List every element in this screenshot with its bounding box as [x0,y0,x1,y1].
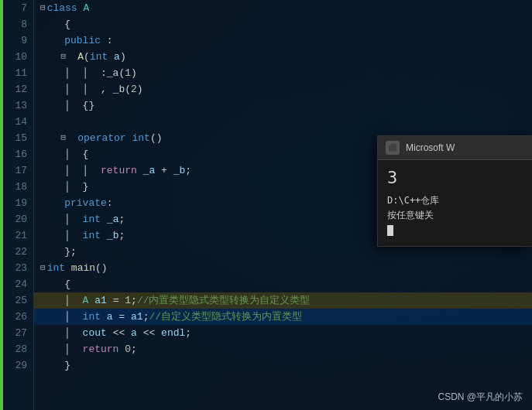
code-token: ⊟ [40,49,76,65]
code-token: //内置类型隐式类型转换为自定义类型 [137,292,311,309]
code-line: { [34,16,532,32]
code-token: 2 [131,81,137,97]
code-token: _a [107,211,119,227]
code-token: = [107,292,125,309]
line-number: 7 [3,0,33,16]
code-token: a1 [131,309,143,325]
code-token: int [132,130,149,146]
code-line: ⊟int main() [34,260,532,276]
code-token: int [83,211,101,227]
code-token [88,292,94,309]
code-token: ; [185,162,191,179]
code-token: │ [40,325,83,341]
line-number: 28 [3,341,33,357]
code-line: │ cout << a << endl; [34,325,532,341]
code-token [101,211,107,227]
code-token: _a [143,162,156,179]
terminal-path: D:\C++仓库 按任意键关 [387,193,523,238]
line-numbers-panel: 7891011121314151617181920212223242526272… [3,0,34,410]
line-number: 16 [3,146,33,162]
code-token: a1 [94,292,107,309]
code-token: () [150,130,163,146]
code-token: return [83,341,119,357]
code-token: int [47,260,65,276]
code-token: ) [137,81,143,97]
code-token: │ } [40,179,88,195]
code-token: int [83,309,101,325]
code-token: a [114,49,120,65]
code-line: │ {} [34,97,532,114]
line-number: 25 [3,292,33,309]
code-token: endl [161,325,185,341]
attribution-text: CSDN @平凡的小苏 [438,391,523,404]
code-token: │ { [40,146,88,162]
terminal-title: Microsoft W [406,142,455,153]
code-token: 1 [125,292,131,309]
code-token [118,341,125,357]
code-token: + [155,162,173,179]
line-number: 10 [3,49,33,65]
code-token: << [107,325,131,341]
line-number: 24 [3,276,33,292]
code-token: │ [40,292,83,309]
code-token: ; [118,227,125,244]
code-token [65,260,71,276]
line-number: 21 [3,227,33,244]
line-number: 9 [3,32,33,49]
code-token: } [40,357,70,374]
code-token [101,309,107,325]
code-line: │ │ , _b(2) [34,81,532,97]
line-number: 22 [3,244,33,260]
code-token: ⊟ [40,130,76,146]
code-token: class [47,0,84,16]
code-token: public [64,32,101,49]
code-token: A [83,0,89,16]
code-token: ; [185,325,191,341]
code-token: << [137,325,161,341]
code-token: ; [118,211,125,227]
code-token: │ │ :_a( [40,65,125,81]
line-number: 29 [3,357,33,374]
code-line: │ return 0; [34,341,532,357]
code-token: │ [40,309,83,325]
code-token: ) [131,65,137,81]
code-token: cout [83,325,107,341]
code-line: │ int a = a1;//自定义类型隐式转换为内置类型 [34,309,532,325]
code-token: A [77,49,84,65]
code-token: │ │ [40,162,101,179]
code-token: 1 [125,65,131,81]
code-token: { [40,16,70,32]
code-token: 0 [125,341,131,357]
terminal-cursor [387,225,393,236]
code-token: int [90,49,108,65]
code-line: │ A a1 = 1;//内置类型隐式类型转换为自定义类型 [34,292,532,309]
code-line: } [34,357,532,374]
code-token: │ [40,227,83,244]
code-token: private [64,195,107,211]
code-line: public : [34,32,532,49]
terminal-popup: ⬛ Microsoft W 3 D:\C++仓库 按任意键关 [377,135,532,247]
line-number: 27 [3,325,33,341]
code-token: A [83,292,89,309]
code-token [101,227,107,244]
code-token: : [107,195,113,211]
terminal-icon: ⬛ [386,141,400,155]
code-token [137,162,143,179]
code-line: ⊟ A(int a) [34,49,532,65]
code-token: return [101,162,137,179]
code-token: _b [173,162,186,179]
code-token [40,32,64,49]
code-token: = [113,309,131,325]
code-token: │ │ , _b( [40,81,131,97]
code-token: ) [120,49,126,65]
code-token [40,195,64,211]
line-number: 8 [3,16,33,32]
code-line: │ │ :_a(1) [34,65,532,81]
code-token: ; [131,341,137,357]
code-token: ⊟ [40,260,46,276]
code-token: () [95,260,108,276]
code-line: { [34,276,532,292]
line-number: 20 [3,211,33,227]
terminal-header: ⬛ Microsoft W [378,136,532,160]
code-line: ⊟class A [34,0,532,16]
